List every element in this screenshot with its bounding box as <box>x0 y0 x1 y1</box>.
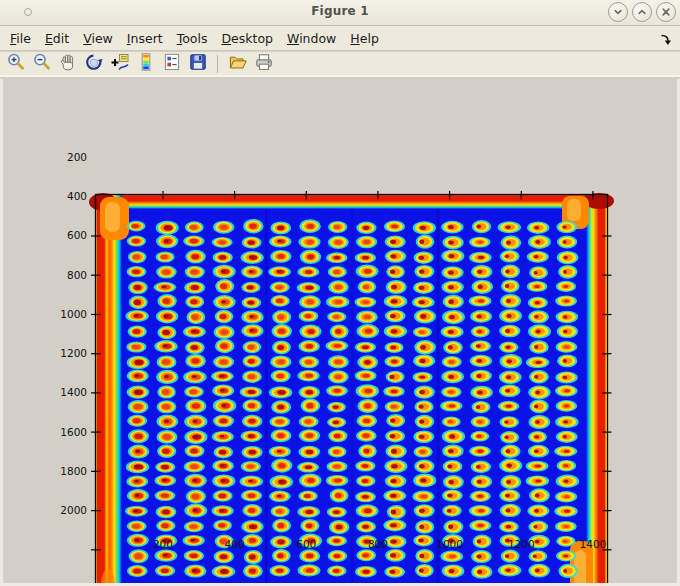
menu-help[interactable]: Help <box>350 31 379 46</box>
colorbar-icon <box>136 52 156 76</box>
rotate-3d-button[interactable] <box>83 53 104 74</box>
colorbar-button[interactable] <box>135 53 156 74</box>
menu-edit[interactable]: Edit <box>45 31 69 46</box>
zoom-out-icon <box>32 52 52 76</box>
menu-window[interactable]: Window <box>287 31 336 46</box>
insert-legend-icon <box>162 52 182 76</box>
data-cursor-icon <box>110 52 130 76</box>
y-tick-label: 200 <box>49 151 87 163</box>
heatmap-image[interactable] <box>95 194 608 586</box>
y-tick-label: 800 <box>49 269 87 281</box>
menu-insert[interactable]: Insert <box>127 31 163 46</box>
toolbar-separator <box>217 55 218 73</box>
save-figure-icon <box>188 52 208 76</box>
pan-button[interactable] <box>57 53 78 74</box>
figure-toolbar <box>0 52 680 77</box>
y-tick-label: 1200 <box>49 347 87 359</box>
rotate-3d-icon <box>84 52 104 76</box>
shade-button[interactable] <box>608 2 628 22</box>
y-tick-label: 2000 <box>49 504 87 516</box>
menubar: FileEditViewInsertToolsDesktopWindowHelp <box>0 26 680 51</box>
menu-file[interactable]: File <box>10 31 31 46</box>
titlebar[interactable]: Figure 1 <box>0 0 680 26</box>
maximize-button[interactable] <box>632 2 652 22</box>
dock-arrow-icon[interactable] <box>659 31 672 50</box>
window-frame-left <box>0 79 3 586</box>
close-icon <box>660 6 672 18</box>
x-tick-label: 200 <box>138 538 188 550</box>
zoom-out-button[interactable] <box>31 53 52 74</box>
x-tick-label: 600 <box>281 538 331 550</box>
x-tick-label: 1200 <box>496 538 546 550</box>
x-tick-label: 800 <box>353 538 403 550</box>
close-button[interactable] <box>656 2 676 22</box>
y-tick-label: 1600 <box>49 426 87 438</box>
print-figure-icon <box>254 52 274 76</box>
window-controls <box>608 2 676 22</box>
x-tick-label: 400 <box>210 538 260 550</box>
menu-view[interactable]: View <box>83 31 113 46</box>
zoom-in-button[interactable] <box>5 53 26 74</box>
window-title: Figure 1 <box>0 4 680 18</box>
insert-legend-button[interactable] <box>161 53 182 74</box>
x-tick-label: 1400 <box>568 538 618 550</box>
y-tick-label: 600 <box>49 229 87 241</box>
figure-canvas: 200400600800100012001400160018002000 200… <box>0 79 680 586</box>
print-figure-button[interactable] <box>253 53 274 74</box>
chevron-up-icon <box>636 6 648 18</box>
y-tick-label: 1800 <box>49 465 87 477</box>
data-cursor-button[interactable] <box>109 53 130 74</box>
x-tick-label: 1000 <box>425 538 475 550</box>
pan-icon <box>58 52 78 76</box>
y-tick-label: 1000 <box>49 308 87 320</box>
y-tick-label: 400 <box>49 190 87 202</box>
menu-desktop[interactable]: Desktop <box>221 31 273 46</box>
open-file-button[interactable] <box>227 53 248 74</box>
open-file-icon <box>228 52 248 76</box>
y-tick-label: 1400 <box>49 386 87 398</box>
figure-window: Figure 1 FileEditViewInsertToolsDesktopW… <box>0 0 680 586</box>
chevron-down-icon <box>612 6 624 18</box>
zoom-in-icon <box>6 52 26 76</box>
save-figure-button[interactable] <box>187 53 208 74</box>
menu-tools[interactable]: Tools <box>177 31 208 46</box>
